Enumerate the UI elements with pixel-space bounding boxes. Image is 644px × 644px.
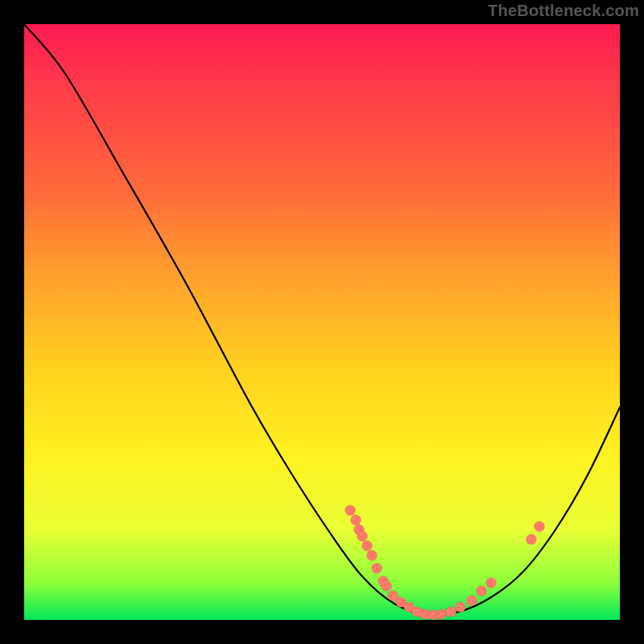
data-point xyxy=(345,506,356,516)
data-point xyxy=(382,581,392,592)
data-point xyxy=(367,551,378,561)
data-point xyxy=(357,531,368,542)
bottleneck-curve xyxy=(24,24,620,615)
data-point xyxy=(372,564,382,574)
data-point xyxy=(456,602,466,613)
data-point xyxy=(526,535,537,545)
data-point xyxy=(467,596,477,606)
data-point xyxy=(477,586,487,597)
data-point xyxy=(446,607,456,617)
data-point xyxy=(486,578,497,588)
chart-svg xyxy=(24,24,620,620)
data-point xyxy=(535,522,545,532)
chart-frame: TheBottleneck.com xyxy=(0,0,644,644)
marker-group xyxy=(345,506,545,621)
data-point xyxy=(362,541,373,551)
data-point xyxy=(351,515,361,526)
data-point xyxy=(436,609,447,620)
plot-area xyxy=(24,24,620,620)
watermark-text: TheBottleneck.com xyxy=(488,2,639,20)
